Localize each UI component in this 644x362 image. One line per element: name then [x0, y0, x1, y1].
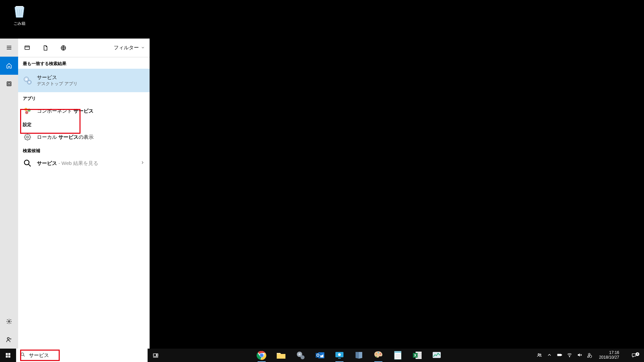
svg-rect-0	[7, 82, 11, 86]
taskbar-app-notepad[interactable]	[392, 350, 403, 361]
svg-rect-35	[338, 358, 341, 359]
svg-point-15	[24, 160, 29, 165]
recycle-bin[interactable]: ごみ箱	[7, 3, 32, 26]
battery-icon[interactable]	[557, 352, 562, 359]
taskbar-app-reader[interactable]	[354, 350, 364, 361]
wifi-icon[interactable]	[567, 352, 572, 359]
menu-button[interactable]	[0, 39, 18, 57]
svg-point-20	[21, 353, 24, 356]
svg-text:O: O	[316, 353, 319, 358]
component-icon	[23, 106, 32, 116]
taskbar-app-excel[interactable]: X	[412, 350, 423, 361]
svg-point-29	[299, 353, 301, 355]
taskbar-app-services[interactable]	[295, 350, 306, 361]
taskbar-clock[interactable]: 17:16 2018/10/27	[597, 351, 621, 360]
start-button[interactable]	[0, 349, 16, 362]
search-rail	[0, 39, 18, 349]
svg-point-3	[7, 338, 9, 340]
svg-point-47	[538, 354, 539, 355]
search-results: フィルター 最も一致する検索結果 サービス デスクトップ アプリ アプリ	[18, 39, 150, 349]
recycle-bin-icon	[11, 3, 28, 19]
tray-overflow-icon[interactable]	[547, 352, 552, 359]
section-best-match: 最も一致する検索結果	[18, 57, 150, 69]
result-best-services[interactable]: サービス デスクトップ アプリ	[18, 69, 150, 92]
svg-point-39	[380, 353, 381, 355]
gear-outline-icon	[23, 132, 32, 142]
chevron-down-icon	[141, 45, 145, 51]
taskbar: サービス O X	[0, 349, 644, 362]
search-icon	[20, 352, 25, 359]
search-panel: フィルター 最も一致する検索結果 サービス デスクトップ アプリ アプリ	[0, 39, 150, 349]
svg-rect-42	[394, 351, 401, 353]
svg-rect-22	[157, 354, 158, 357]
result-local-services[interactable]: ローカル サービスの表示	[18, 130, 150, 144]
result-title: サービス - Web 結果を見る	[37, 160, 98, 167]
section-suggestions: 検索候補	[18, 144, 150, 156]
svg-point-27	[260, 354, 263, 357]
people-icon[interactable]	[537, 352, 542, 359]
svg-rect-21	[153, 354, 156, 357]
svg-point-36	[338, 353, 341, 356]
svg-rect-1	[8, 83, 10, 85]
filter-label: フィルター	[114, 45, 139, 51]
result-title: サービス	[37, 74, 77, 81]
taskbar-app-monitor[interactable]	[431, 350, 442, 361]
system-tray: あ 17:16 2018/10/27 4	[535, 349, 644, 362]
result-web-search[interactable]: サービス - Web 結果を見る	[18, 156, 150, 171]
recycle-bin-label: ごみ箱	[7, 21, 32, 26]
svg-rect-18	[6, 356, 8, 358]
svg-point-14	[26, 136, 29, 138]
section-apps: アプリ	[18, 92, 150, 104]
svg-point-30	[301, 355, 305, 359]
settings-button[interactable]	[0, 312, 18, 330]
notification-count: 4	[636, 352, 639, 356]
search-query: サービス	[29, 352, 49, 359]
tab-web[interactable]	[54, 39, 72, 57]
volume-mute-icon[interactable]	[577, 352, 582, 359]
svg-point-7	[25, 78, 27, 80]
taskbar-apps: O X	[164, 349, 535, 362]
filter-dropdown[interactable]: フィルター	[114, 45, 145, 51]
svg-point-2	[8, 321, 10, 322]
results-tabs: フィルター	[18, 39, 150, 57]
taskbar-search[interactable]: サービス	[16, 349, 148, 362]
svg-rect-17	[8, 353, 10, 355]
taskbar-app-mstsc[interactable]	[334, 350, 345, 361]
svg-rect-51	[558, 354, 560, 355]
taskbar-app-explorer[interactable]	[276, 350, 286, 361]
svg-point-40	[376, 356, 377, 357]
result-subtitle: デスクトップ アプリ	[37, 81, 77, 87]
result-component-services[interactable]: コンポーネント サービス	[18, 104, 150, 118]
svg-point-13	[25, 134, 30, 140]
result-title: ローカル サービスの表示	[37, 134, 94, 140]
taskbar-app-outlook[interactable]: O	[315, 350, 325, 361]
ime-indicator[interactable]: あ	[587, 352, 592, 359]
svg-rect-16	[6, 353, 8, 355]
action-center-button[interactable]: 4	[626, 353, 642, 358]
task-view-button[interactable]	[148, 349, 164, 362]
tab-apps[interactable]	[18, 39, 36, 57]
taskbar-app-paint[interactable]	[373, 350, 384, 361]
clock-time: 17:16	[599, 351, 619, 355]
svg-point-37	[376, 353, 377, 355]
svg-rect-4	[25, 46, 30, 50]
feedback-button[interactable]	[0, 330, 18, 349]
section-settings: 設定	[18, 118, 150, 130]
svg-point-38	[378, 352, 379, 353]
svg-point-10	[24, 108, 28, 111]
recent-button[interactable]	[0, 75, 18, 93]
taskbar-app-chrome[interactable]	[256, 350, 267, 361]
home-button[interactable]	[0, 57, 18, 75]
clock-date: 2018/10/27	[599, 355, 619, 360]
result-title: コンポーネント サービス	[37, 108, 94, 114]
tab-documents[interactable]	[36, 39, 54, 57]
chevron-right-icon	[140, 160, 145, 166]
svg-rect-50	[561, 354, 561, 355]
svg-point-11	[28, 109, 31, 112]
svg-text:X: X	[414, 353, 417, 357]
svg-point-12	[25, 111, 28, 114]
search-icon	[23, 159, 32, 168]
gear-icon	[23, 76, 32, 85]
svg-rect-19	[8, 356, 10, 358]
svg-point-9	[29, 81, 30, 83]
